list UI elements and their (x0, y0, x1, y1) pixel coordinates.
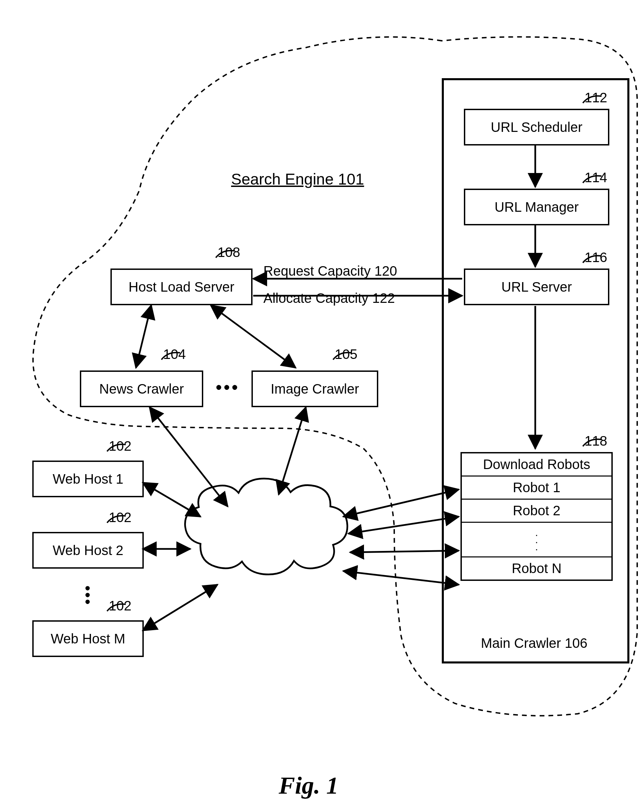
diagram-canvas: Search Engine 101 Main Crawler 106 URL S… (0, 0, 644, 812)
svg-line-5 (136, 305, 151, 368)
svg-line-15 (343, 571, 459, 585)
svg-line-9 (143, 483, 200, 517)
search-engine-boundary (33, 37, 637, 716)
svg-line-8 (279, 407, 306, 495)
svg-line-13 (348, 517, 459, 534)
svg-line-11 (143, 585, 218, 630)
svg-line-14 (350, 551, 459, 553)
svg-line-12 (343, 490, 459, 517)
diagram-svg (0, 0, 644, 812)
internet-cloud (185, 479, 348, 574)
svg-line-6 (211, 305, 296, 368)
svg-line-7 (150, 407, 228, 507)
